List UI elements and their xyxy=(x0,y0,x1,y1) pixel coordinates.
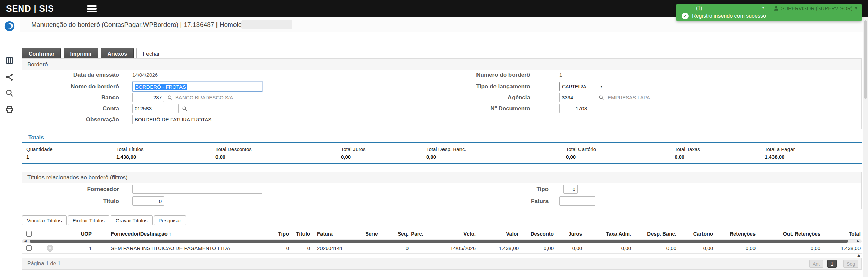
col-taxa-adm[interactable]: Taxa Adm. xyxy=(606,231,631,237)
totais-header: Total Títulos xyxy=(116,146,144,152)
scroll-right-icon[interactable]: ► xyxy=(856,239,860,243)
excluir-titulos-button[interactable]: Excluir Títulos xyxy=(68,215,109,225)
observacao-input[interactable] xyxy=(132,115,262,124)
vertical-scrollbar-thumb[interactable] xyxy=(864,20,867,99)
totais-value: 0,00 xyxy=(566,154,576,160)
totais-header: Total a Pagar xyxy=(765,146,795,152)
horizontal-scrollbar-thumb[interactable] xyxy=(30,240,848,243)
scroll-up-icon[interactable]: ▲ xyxy=(857,253,861,258)
col-retencoes[interactable]: Retenções xyxy=(730,231,756,237)
share-network-icon[interactable] xyxy=(4,72,15,82)
cell-out-retencoes: 0,00 xyxy=(811,245,820,251)
toast-message: Registro inserido com sucesso xyxy=(692,13,766,19)
cell-fornecedor: SEM PARAR INSTITUICAO DE PAGAMENTO LTDA xyxy=(111,245,230,251)
vincular-titulos-button[interactable]: Vincular Títulos xyxy=(22,215,67,225)
user-menu[interactable]: SUPERVISOR (SUPERVISOR) ▾ xyxy=(774,5,857,11)
titulo-filtro-input[interactable] xyxy=(132,196,164,206)
totais-header: Total Juros xyxy=(341,146,366,152)
col-uop[interactable]: UOP xyxy=(81,231,92,237)
col-valor[interactable]: Valor xyxy=(506,231,519,237)
bordero-panel-title: Borderô xyxy=(22,59,861,70)
vertical-scrollbar[interactable] xyxy=(863,17,868,277)
col-titulo[interactable]: Título xyxy=(296,231,310,237)
col-juros[interactable]: Juros xyxy=(568,231,582,237)
check-icon: ✓ xyxy=(682,13,689,19)
next-page-button[interactable]: Seg xyxy=(843,260,858,268)
data-emissao-label: Data da emissão xyxy=(22,72,119,79)
cell-seq: 0 xyxy=(406,245,409,251)
documento-input[interactable] xyxy=(559,104,589,113)
totais-header: Total Cartório xyxy=(566,146,596,152)
col-parc[interactable]: Parc. xyxy=(411,231,423,237)
tipo-filtro-label: Tipo xyxy=(444,186,549,193)
cell-desp-banc: 0,00 xyxy=(666,245,676,251)
totais-title: Totais xyxy=(28,135,44,141)
titulo-filtro-label: Título xyxy=(22,198,119,205)
banco-input[interactable] xyxy=(132,93,164,102)
cell-cartorio: 0,00 xyxy=(703,245,713,251)
pesquisar-button[interactable]: Pesquisar xyxy=(154,215,186,225)
tipo-lancamento-select[interactable]: CARTEIRA ▾ xyxy=(559,82,604,91)
current-page-button[interactable]: 1 xyxy=(827,260,837,268)
numero-bordero-label: Número do borderô xyxy=(423,72,530,79)
prev-page-button[interactable]: Ant xyxy=(809,260,823,268)
cell-valor: 1.438,00 xyxy=(499,245,519,251)
sort-asc-icon: ↑ xyxy=(169,231,172,237)
modules-grid-icon[interactable] xyxy=(4,55,15,66)
col-total[interactable]: Total xyxy=(849,231,861,237)
scroll-left-icon[interactable]: ◄ xyxy=(23,239,27,243)
col-tipo[interactable]: Tipo xyxy=(278,231,289,237)
observacao-label: Observação xyxy=(22,116,119,123)
totais-section: Totais Quantidade1 Total Títulos1.438,00… xyxy=(22,135,862,165)
col-vcto[interactable]: Vcto. xyxy=(463,231,476,237)
agencia-lookup-button[interactable] xyxy=(598,94,605,101)
conta-label: Conta xyxy=(22,105,119,112)
page-indicator: Página 1 de 1 xyxy=(27,258,61,269)
app-logo xyxy=(4,21,15,31)
totais-value: 1 xyxy=(26,154,29,160)
totais-value: 0,00 xyxy=(675,154,684,160)
cell-taxa-adm: 0,00 xyxy=(621,245,631,251)
hamburger-menu-icon[interactable] xyxy=(87,4,99,13)
search-icon[interactable] xyxy=(4,88,15,98)
row-status-badge[interactable] xyxy=(47,245,53,252)
col-out-retencoes[interactable]: Out. Retenções xyxy=(783,231,820,237)
print-icon[interactable] xyxy=(4,104,15,115)
col-desp-banc[interactable]: Desp. Banc. xyxy=(647,231,676,237)
caret-down-icon: ▾ xyxy=(855,5,857,11)
select-arrow-icon: ▾ xyxy=(600,84,602,89)
fornecedor-input[interactable] xyxy=(132,185,262,194)
agencia-input[interactable] xyxy=(559,93,595,102)
cell-vcto: 14/05/2026 xyxy=(450,245,476,251)
col-fatura[interactable]: Fatura xyxy=(317,231,333,237)
fatura-filtro-input[interactable] xyxy=(559,196,595,206)
nome-bordero-selected-text: BORDERÔ - FROTAS xyxy=(135,84,187,90)
conta-input[interactable] xyxy=(132,104,179,113)
notification-count[interactable]: (1) xyxy=(696,5,702,11)
col-desconto[interactable]: Desconto xyxy=(531,231,554,237)
col-seq[interactable]: Seq. xyxy=(398,231,409,237)
totais-header: Total Desp. Banc. xyxy=(426,146,466,152)
user-menu-label: SUPERVISOR (SUPERVISOR) xyxy=(781,5,852,11)
page-title: Manutenção do borderô (ContasPagar.WPBor… xyxy=(31,17,263,32)
tipo-filtro-input[interactable] xyxy=(563,185,578,194)
gravar-titulos-button[interactable]: Gravar Títulos xyxy=(111,215,153,225)
banco-label: Banco xyxy=(22,94,119,101)
horizontal-scrollbar[interactable]: ◄ ► xyxy=(22,239,862,243)
select-all-checkbox[interactable] xyxy=(26,231,32,237)
conta-lookup-button[interactable] xyxy=(181,105,188,112)
col-cartorio[interactable]: Cartório xyxy=(693,231,713,237)
table-row[interactable]: 1 SEM PARAR INSTITUICAO DE PAGAMENTO LTD… xyxy=(22,243,862,254)
data-emissao-value: 14/04/2026 xyxy=(132,72,158,78)
totais-header: Total Descontos xyxy=(215,146,252,152)
nome-bordero-label: Nome do borderô xyxy=(22,83,119,90)
totais-value: 0,00 xyxy=(426,154,436,160)
nome-bordero-input[interactable]: BORDERÔ - FROTAS xyxy=(132,82,262,92)
chevron-down-icon[interactable]: ▾ xyxy=(762,5,764,10)
col-serie[interactable]: Série xyxy=(365,231,378,237)
agencia-descricao: EMPRESAS LAPA xyxy=(608,94,650,100)
row-checkbox[interactable] xyxy=(26,245,32,251)
col-fornecedor[interactable]: Fornecedor/Destinação ↑ xyxy=(111,231,171,237)
banco-lookup-button[interactable] xyxy=(167,94,173,101)
tipo-lancamento-label: Tipo de lançamento xyxy=(423,83,530,90)
